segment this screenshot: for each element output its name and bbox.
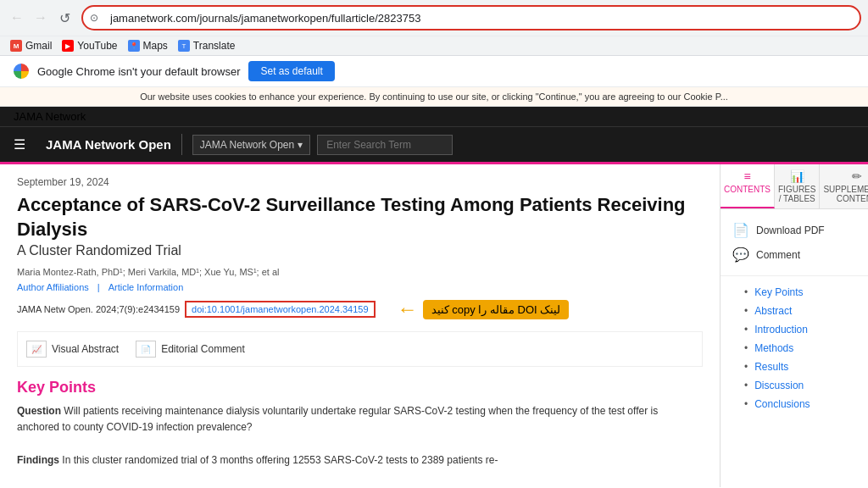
bookmarks-bar: M Gmail ▶ YouTube 📍 Maps T Translate — [0, 36, 868, 55]
jama-network-dropdown[interactable]: JAMA Network Open ▾ — [192, 135, 310, 155]
links-separator: | — [97, 282, 100, 292]
article-date: September 19, 2024 — [17, 176, 703, 188]
sidebar-tabs: ≡ CONTENTS 📊 FIGURES / TABLES ✏ SUPPLEME… — [721, 164, 868, 209]
doi-annotation-bubble: لینک DOI مقاله را copy کنید — [423, 300, 570, 319]
article-authors: Maria Montez-Rath, PhD¹; Meri Varkila, M… — [17, 267, 703, 277]
jama-nav: ☰ JAMA Network Open JAMA Network Open ▾ — [0, 126, 868, 162]
nav-abstract[interactable]: Abstract — [732, 302, 856, 320]
comment-label: Comment — [756, 249, 800, 261]
findings-content: In this cluster randomized trial of 3 mo… — [62, 454, 498, 466]
dropdown-label: JAMA Network Open — [200, 139, 294, 151]
comment-icon: 💬 — [732, 247, 749, 263]
gmail-icon: M — [10, 40, 22, 52]
article-links: Author Affiliations | Article Informatio… — [17, 282, 703, 292]
article-content: September 19, 2024 Acceptance of SARS-Co… — [0, 164, 720, 487]
download-pdf-item[interactable]: 📄 Download PDF — [732, 218, 856, 242]
question-content: Will patients receiving maintenance dial… — [17, 405, 658, 433]
visual-abstract-area: 📈 Visual Abstract 📄 Editorial Comment — [17, 331, 703, 367]
maps-bookmark[interactable]: 📍 Maps — [128, 40, 168, 52]
back-button[interactable]: ← — [7, 8, 27, 28]
default-browser-banner: Google Chrome isn't your default browser… — [0, 56, 868, 87]
doi-box[interactable]: doi:10.1001/jamanetworkopen.2024.34159 — [185, 301, 376, 318]
visual-abstract-label: Visual Abstract — [52, 343, 119, 355]
jama-search-area: JAMA Network Open ▾ — [192, 135, 453, 155]
author-affiliations-link[interactable]: Author Affiliations — [17, 282, 89, 292]
nav-introduction[interactable]: Introduction — [732, 320, 856, 339]
maps-label: Maps — [143, 40, 168, 52]
doi-annotation-area: ← لینک DOI مقاله را copy کنید — [398, 297, 570, 321]
nav-methods[interactable]: Methods — [732, 339, 856, 358]
jama-header-top: JAMA Network — [0, 107, 868, 126]
article-information-link[interactable]: Article Information — [108, 282, 184, 292]
doi-prefix-text: JAMA Netw Open. 2024;7(9):e2434159 — [17, 304, 180, 314]
article-subtitle: A Cluster Randomized Trial — [17, 243, 703, 258]
editorial-comment-icon: 📄 — [136, 341, 156, 358]
nav-discussion[interactable]: Discussion — [732, 376, 856, 395]
refresh-button[interactable]: ↺ — [54, 8, 75, 28]
youtube-icon: ▶ — [62, 40, 74, 52]
cookie-banner: Our website uses cookies to enhance your… — [0, 87, 868, 107]
question-label: Question — [17, 405, 61, 417]
editorial-comment-item[interactable]: 📄 Editorial Comment — [136, 341, 245, 358]
gmail-label: Gmail — [25, 40, 52, 52]
address-bar-container: ⊙ ← لینک مقاله را copy کنید — [81, 5, 861, 30]
chrome-icon — [14, 64, 29, 79]
youtube-bookmark[interactable]: ▶ YouTube — [62, 40, 117, 52]
nav-key-points[interactable]: Key Points — [732, 283, 856, 302]
youtube-label: YouTube — [77, 40, 117, 52]
nav-buttons: ← → ↺ — [7, 8, 75, 28]
figures-icon: 📊 — [778, 169, 815, 183]
supplemental-icon: ✏ — [823, 169, 868, 183]
maps-icon: 📍 — [128, 40, 140, 52]
translate-label: Translate — [193, 40, 236, 52]
nav-conclusions[interactable]: Conclusions — [732, 395, 856, 413]
gmail-bookmark[interactable]: M Gmail — [10, 40, 52, 52]
sidebar-nav: Key Points Abstract Introduction Methods… — [721, 276, 868, 420]
address-input[interactable] — [81, 5, 861, 30]
doi-line: JAMA Netw Open. 2024;7(9):e2434159 doi:1… — [17, 297, 703, 321]
figures-label: FIGURES / TABLES — [778, 185, 815, 203]
doi-arrow-icon: ← — [398, 297, 418, 321]
supplemental-label: SUPPLEMENTAL CONTENT — [823, 185, 868, 203]
jama-network-logo: JAMA Network — [14, 110, 86, 123]
secure-icon: ⊙ — [90, 12, 98, 24]
tab-supplemental[interactable]: ✏ SUPPLEMENTAL CONTENT — [820, 164, 868, 208]
set-default-button[interactable]: Set as default — [248, 61, 334, 81]
jama-search-input[interactable] — [317, 135, 453, 155]
main-content: September 19, 2024 Acceptance of SARS-Co… — [0, 164, 868, 487]
translate-bookmark[interactable]: T Translate — [178, 40, 236, 52]
findings-label: Findings — [17, 454, 59, 466]
tab-contents[interactable]: ≡ CONTENTS — [721, 164, 775, 208]
contents-label: CONTENTS — [724, 185, 771, 194]
forward-button[interactable]: → — [31, 8, 51, 28]
key-points-title: Key Points — [17, 379, 703, 396]
browser-chrome: ← → ↺ ⊙ ← لینک مقاله را copy کنید M Gmai… — [0, 0, 868, 56]
hamburger-icon[interactable]: ☰ — [14, 136, 25, 152]
pdf-icon: 📄 — [732, 222, 749, 238]
dropdown-arrow-icon: ▾ — [298, 139, 303, 151]
visual-abstract-icon: 📈 — [26, 341, 47, 358]
visual-abstract-item[interactable]: 📈 Visual Abstract — [26, 341, 119, 358]
cookie-text: Our website uses cookies to enhance your… — [140, 92, 728, 102]
translate-icon: T — [178, 40, 190, 52]
jama-open-logo: JAMA Network Open — [36, 134, 182, 155]
default-browser-text: Google Chrome isn't your default browser — [37, 65, 240, 78]
editorial-comment-label: Editorial Comment — [161, 343, 245, 355]
key-points-text: Question Will patients receiving mainten… — [17, 403, 703, 469]
right-sidebar: ≡ CONTENTS 📊 FIGURES / TABLES ✏ SUPPLEME… — [720, 164, 868, 487]
tab-figures-tables[interactable]: 📊 FIGURES / TABLES — [775, 164, 820, 208]
nav-results[interactable]: Results — [732, 358, 856, 376]
contents-icon: ≡ — [724, 169, 771, 183]
comment-item[interactable]: 💬 Comment — [732, 242, 856, 267]
browser-toolbar: ← → ↺ ⊙ ← لینک مقاله را copy کنید — [0, 0, 868, 36]
sidebar-actions: 📄 Download PDF 💬 Comment — [721, 209, 868, 276]
article-title: Acceptance of SARS-CoV-2 Surveillance Te… — [17, 193, 703, 241]
download-pdf-label: Download PDF — [756, 225, 825, 236]
